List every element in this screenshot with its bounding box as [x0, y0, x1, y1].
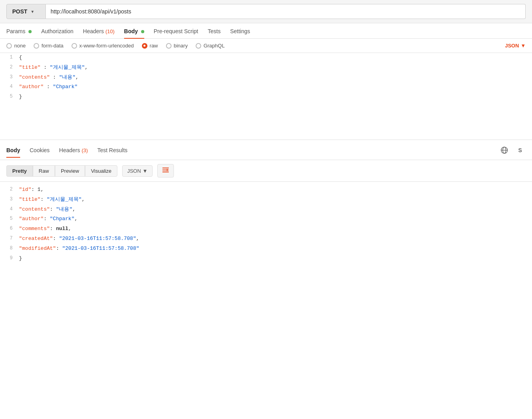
response-tab-body-label: Body	[6, 147, 20, 153]
tab-body[interactable]: Body	[124, 28, 144, 38]
resp-key-contents: "contents"	[19, 206, 50, 212]
body-type-urlencoded[interactable]: x-www-form-urlencoded	[72, 43, 134, 49]
response-tab-cookies[interactable]: Cookies	[30, 147, 50, 157]
resp-val-modified-at: "2021-03-16T11:57:58.708"	[62, 245, 139, 251]
req-line-3: 3 "contents" : "내용",	[0, 73, 532, 83]
resp-linenum-5: 5	[0, 215, 19, 223]
response-json-dropdown[interactable]: JSON ▼	[122, 165, 153, 177]
body-type-row: none form-data x-www-form-urlencoded raw…	[0, 39, 532, 53]
req-linenum-1: 1	[0, 54, 19, 61]
body-type-none[interactable]: none	[6, 43, 26, 49]
view-visualize-button[interactable]: Visualize	[85, 165, 117, 177]
radio-raw	[142, 43, 147, 49]
tab-authorization-label: Authorization	[41, 28, 74, 34]
url-input[interactable]	[46, 4, 526, 19]
view-preview-button[interactable]: Preview	[55, 165, 85, 177]
globe-icon[interactable]	[499, 145, 510, 156]
radio-form-data	[34, 43, 39, 49]
response-toolbar: Pretty Raw Preview Visualize JSON ▼	[0, 160, 532, 182]
resp-line-5: 5 "author": "Chpark",	[0, 214, 532, 224]
response-tab-cookies-label: Cookies	[30, 147, 50, 153]
method-chevron-icon: ▼	[30, 9, 34, 14]
request-body-editor[interactable]: 1 { 2 "title" : "게시물_제목", 3 "contents" :…	[0, 53, 532, 140]
method-label: POST	[12, 8, 27, 15]
resp-line-2: 2 "id": 1,	[0, 185, 532, 195]
req-key-2: "title"	[19, 64, 41, 70]
req-linenum-5: 5	[0, 93, 19, 100]
body-type-binary[interactable]: binary	[166, 43, 188, 49]
tab-authorization[interactable]: Authorization	[41, 28, 74, 38]
tab-headers-label: Headers	[83, 28, 106, 34]
body-type-raw[interactable]: raw	[142, 43, 158, 49]
resp-line-9: 9 }	[0, 254, 532, 264]
request-tabs-row: Params Authorization Headers (10) Body P…	[0, 23, 532, 39]
resp-key-comments: "comments"	[19, 226, 50, 232]
label-form-data: form-data	[42, 43, 64, 49]
response-tab-headers[interactable]: Headers (3)	[59, 147, 88, 157]
response-tabs-row: Body Cookies Headers (3) Test Results S	[0, 140, 532, 160]
req-val-2: "게시물_제목"	[50, 64, 85, 70]
response-code-inner: 2 "id": 1, 3 "title": "게시물_제목", 4 "conte…	[0, 182, 532, 266]
resp-line-3: 3 "title": "게시물_제목",	[0, 195, 532, 205]
req-code-4: "author" : "Chpark"	[19, 83, 532, 91]
body-type-form-data[interactable]: form-data	[34, 43, 64, 49]
view-raw-button[interactable]: Raw	[33, 165, 55, 177]
resp-key-author: "author"	[19, 216, 43, 222]
req-line-1: 1 {	[0, 53, 532, 63]
resp-code-4: "contents": "내용",	[19, 206, 532, 214]
params-dot	[28, 30, 32, 33]
resp-line-4: 4 "contents": "내용",	[0, 205, 532, 215]
json-format-dropdown[interactable]: JSON ▼	[505, 43, 526, 49]
body-type-graphql[interactable]: GraphQL	[196, 43, 224, 49]
resp-code-9: }	[19, 255, 532, 263]
response-tab-body[interactable]: Body	[6, 147, 20, 157]
req-code-3: "contents" : "내용",	[19, 74, 532, 82]
response-json-label: JSON	[127, 168, 141, 174]
body-dot	[141, 30, 144, 33]
response-json-chevron-icon: ▼	[143, 168, 148, 174]
tab-pre-request-script[interactable]: Pre-request Script	[154, 28, 198, 38]
req-linenum-4: 4	[0, 83, 19, 91]
tab-headers[interactable]: Headers (10)	[83, 28, 115, 38]
label-binary: binary	[174, 43, 188, 49]
wrap-toggle-button[interactable]	[157, 164, 174, 177]
response-body-code: 2 "id": 1, 3 "title": "게시물_제목", 4 "conte…	[0, 182, 532, 277]
resp-line-6: 6 "comments": null,	[0, 224, 532, 234]
resp-code-8: "modifiedAt": "2021-03-16T11:57:58.708"	[19, 245, 532, 253]
json-format-label: JSON	[505, 43, 519, 49]
tab-settings[interactable]: Settings	[230, 28, 250, 38]
resp-linenum-9: 9	[0, 255, 19, 262]
req-code-5: }	[19, 93, 532, 101]
req-linenum-3: 3	[0, 74, 19, 81]
response-tabs-extras: S	[499, 145, 526, 160]
resp-val-title: "게시물_제목"	[47, 196, 81, 202]
resp-linenum-3: 3	[0, 196, 19, 203]
response-section: Body Cookies Headers (3) Test Results S	[0, 140, 532, 277]
headers-badge: (10)	[106, 28, 115, 34]
req-line-5: 5 }	[0, 92, 532, 102]
req-key-3: "contents"	[19, 74, 50, 80]
resp-key-id: "id"	[19, 187, 31, 193]
resp-linenum-7: 7	[0, 235, 19, 242]
label-urlencoded: x-www-form-urlencoded	[79, 43, 134, 49]
method-selector[interactable]: POST ▼	[6, 4, 46, 19]
req-key-4: "author"	[19, 84, 43, 90]
save-icon[interactable]: S	[515, 145, 526, 156]
resp-linenum-2: 2	[0, 186, 19, 193]
radio-binary	[166, 43, 172, 49]
resp-val-author: "Chpark"	[50, 216, 74, 222]
resp-code-5: "author": "Chpark",	[19, 215, 532, 223]
tab-body-label: Body	[124, 28, 138, 34]
resp-linenum-6: 6	[0, 225, 19, 232]
radio-urlencoded	[72, 43, 77, 49]
resp-key-created-at: "createdAt"	[19, 236, 53, 242]
tab-params[interactable]: Params	[6, 28, 32, 38]
resp-line-8: 8 "modifiedAt": "2021-03-16T11:57:58.708…	[0, 244, 532, 254]
view-pretty-button[interactable]: Pretty	[6, 165, 33, 177]
url-bar: POST ▼	[0, 0, 532, 23]
resp-linenum-8: 8	[0, 245, 19, 252]
req-val-4: "Chpark"	[53, 84, 77, 90]
req-linenum-2: 2	[0, 64, 19, 71]
tab-tests[interactable]: Tests	[208, 28, 221, 38]
response-tab-test-results[interactable]: Test Results	[97, 147, 127, 157]
